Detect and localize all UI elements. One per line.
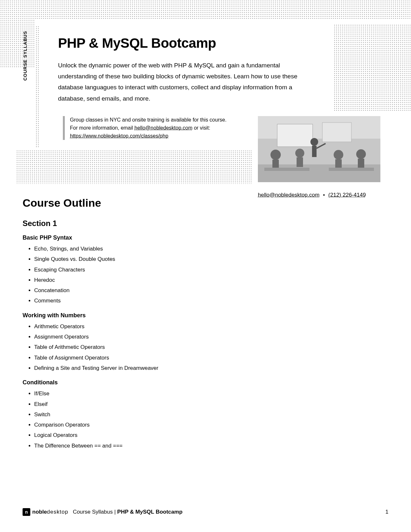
course-outline: Course Outline Section 1 Basic PHP Synta… [23, 197, 248, 451]
sidebar-label: COURSE SYLLABUS [23, 31, 28, 81]
svg-rect-17 [329, 168, 374, 171]
list-item: Escaping Characters [34, 265, 248, 275]
svg-rect-2 [277, 124, 313, 147]
svg-rect-10 [312, 146, 317, 157]
svg-rect-15 [358, 159, 364, 168]
info-box: Group classes in NYC and onsite training… [63, 116, 250, 140]
topic-list: If/ElseElseifSwitchComparison OperatorsL… [23, 389, 248, 451]
list-item: Elseif [34, 399, 248, 409]
svg-point-5 [270, 150, 281, 160]
list-item: Assignment Operators [34, 332, 248, 342]
decorative-dots-leftcol [35, 26, 39, 148]
list-item: Arithmetic Operators [34, 321, 248, 332]
svg-rect-1 [258, 116, 380, 139]
topic-title: Conditionals [23, 379, 248, 386]
svg-rect-16 [264, 168, 309, 171]
list-item: Logical Operators [34, 430, 248, 440]
svg-point-9 [310, 138, 318, 146]
contact-email-link[interactable]: hello@nobledesktop.com [258, 192, 319, 198]
contact-separator: • [323, 192, 325, 198]
list-item: Heredoc [34, 275, 248, 285]
list-item: Echo, Strings, and Variables [34, 244, 248, 254]
info-line-1: Group classes in NYC and onsite training… [70, 116, 250, 124]
page-footer: n nobledesktop Course Syllabus | PHP & M… [23, 508, 388, 516]
svg-rect-3 [322, 123, 351, 142]
list-item: Comparison Operators [34, 420, 248, 430]
info-email-link[interactable]: hello@nobledesktop.com [134, 125, 192, 131]
brand-name-bold: noble [32, 509, 47, 515]
classroom-photo [258, 116, 380, 182]
decorative-dots-mid [16, 150, 251, 184]
outline-heading: Course Outline [23, 197, 248, 209]
list-item: Table of Assignment Operators [34, 353, 248, 363]
decorative-dots-right [334, 24, 411, 111]
svg-rect-13 [335, 159, 342, 168]
list-item: Concatenation [34, 285, 248, 296]
logo-mark-icon: n [23, 508, 30, 516]
topic-title: Working with Numbers [23, 312, 248, 319]
decorative-dots-left [0, 19, 35, 68]
topic-list: Echo, Strings, and VariablesSingle Quote… [23, 244, 248, 306]
section-heading: Section 1 [23, 219, 248, 228]
info-line-2: For more information, email hello@nobled… [70, 124, 250, 132]
contact-line: hello@nobledesktop.com • (212) 226-4149 [258, 192, 366, 198]
list-item: If/Else [34, 389, 248, 399]
brand-logo: n nobledesktop [23, 508, 68, 516]
svg-point-7 [295, 149, 304, 158]
topic-title: Basic PHP Syntax [23, 234, 248, 241]
footer-course-label: Course Syllabus | PHP & MySQL Bootcamp [73, 509, 182, 515]
list-item: The Difference Between == and === [34, 441, 248, 451]
list-item: Defining a Site and Testing Server in Dr… [34, 363, 248, 373]
page-title: PHP & MySQL Bootcamp [58, 35, 309, 51]
page-number: 1 [386, 509, 388, 515]
list-item: Switch [34, 409, 248, 420]
topic-list: Arithmetic OperatorsAssignment Operators… [23, 321, 248, 373]
info-url-link[interactable]: https://www.nobledesktop.com/classes/php [70, 133, 168, 139]
list-item: Table of Arithmetic Operators [34, 342, 248, 352]
svg-point-12 [334, 150, 343, 160]
brand-name-thin: desktop [47, 509, 68, 515]
list-item: Single Quotes vs. Double Quotes [34, 254, 248, 264]
svg-point-14 [356, 149, 366, 159]
list-item: Comments [34, 296, 248, 306]
svg-rect-8 [297, 157, 303, 167]
intro-paragraph: Unlock the dynamic power of the web with… [58, 60, 309, 104]
decorative-dots-top [0, 0, 411, 19]
contact-phone-link[interactable]: (212) 226-4149 [328, 192, 366, 198]
